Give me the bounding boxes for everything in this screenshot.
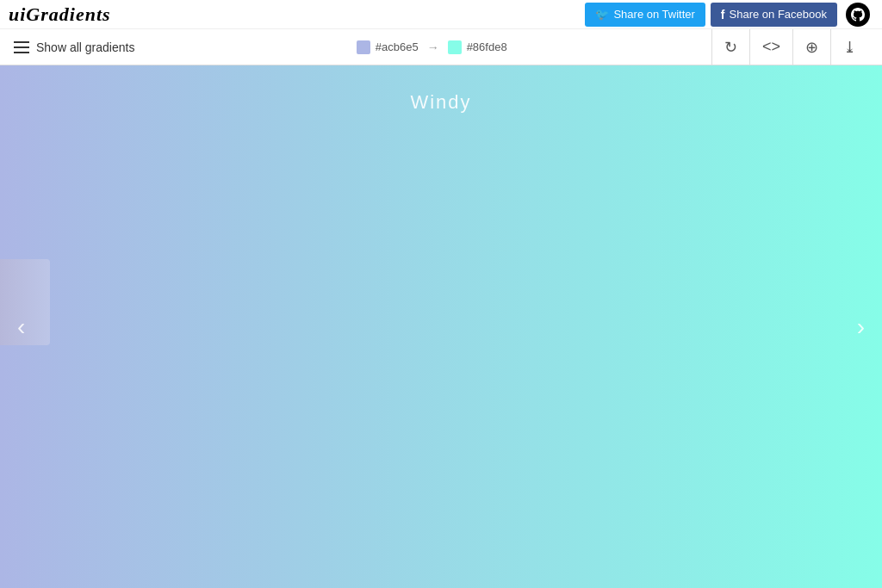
- gradient-title: Windy: [0, 65, 882, 114]
- download-button[interactable]: ⤓: [830, 29, 868, 65]
- site-logo[interactable]: uiGradients: [9, 3, 111, 26]
- next-gradient-button[interactable]: ›: [848, 305, 873, 350]
- show-all-gradients-button[interactable]: Show all gradients: [14, 40, 152, 54]
- add-icon: ⊕: [805, 38, 818, 57]
- gradient-display: Windy ‹ ›: [0, 65, 882, 588]
- code-button[interactable]: <>: [749, 29, 792, 65]
- toolbar-actions: ↻ <> ⊕ ⤓: [711, 29, 868, 65]
- color2-label: #86fde8: [467, 40, 507, 53]
- share-twitter-button[interactable]: 🐦 Share on Twitter: [585, 3, 705, 27]
- code-icon: <>: [762, 38, 780, 56]
- facebook-btn-label: Share on Facebook: [730, 8, 827, 21]
- prev-gradient-button[interactable]: ‹: [9, 305, 34, 350]
- color1-swatch: [357, 40, 370, 54]
- next-arrow-icon: ›: [857, 313, 865, 340]
- refresh-button[interactable]: ↻: [711, 29, 749, 65]
- top-navbar: uiGradients 🐦 Share on Twitter f Share o…: [0, 0, 882, 29]
- nav-right-actions: 🐦 Share on Twitter f Share on Facebook: [585, 3, 873, 27]
- facebook-icon: f: [721, 8, 725, 22]
- github-button[interactable]: [842, 3, 873, 27]
- color2-swatch: [448, 40, 462, 54]
- color1-label: #acb6e5: [376, 40, 419, 53]
- share-facebook-button[interactable]: f Share on Facebook: [711, 3, 837, 27]
- hamburger-icon: [14, 41, 29, 53]
- arrow-separator: →: [427, 40, 439, 54]
- color-display: #acb6e5 → #86fde8: [152, 40, 711, 54]
- refresh-icon: ↻: [724, 38, 737, 57]
- twitter-icon: 🐦: [595, 8, 609, 21]
- toolbar: Show all gradients #acb6e5 → #86fde8 ↻ <…: [0, 29, 882, 65]
- github-icon: [846, 3, 870, 27]
- add-button[interactable]: ⊕: [792, 29, 830, 65]
- twitter-btn-label: Share on Twitter: [613, 8, 694, 21]
- prev-arrow-icon: ‹: [17, 313, 25, 340]
- menu-toggle-label: Show all gradients: [36, 40, 134, 54]
- download-icon: ⤓: [843, 38, 856, 57]
